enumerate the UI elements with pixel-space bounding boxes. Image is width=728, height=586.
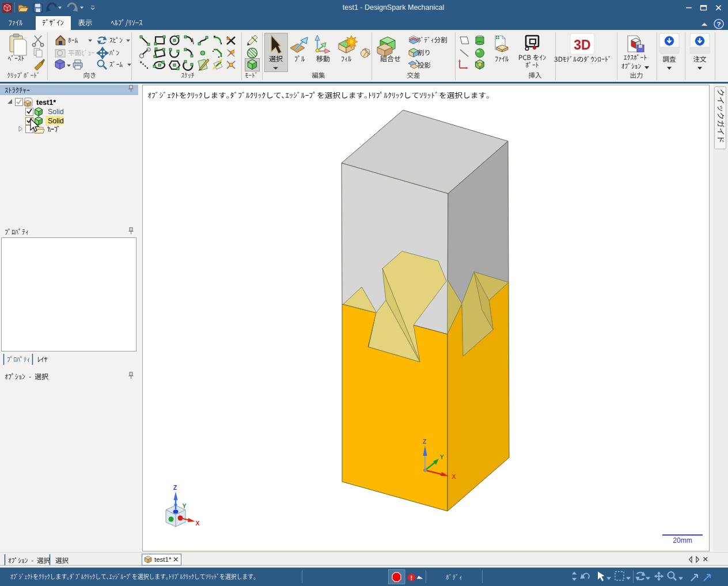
svg-text:Solid: Solid [48, 108, 64, 116]
svg-text:X: X [452, 473, 456, 480]
svg-text:Solid: Solid [48, 117, 64, 125]
svg-text:test1*: test1* [36, 99, 56, 107]
svg-text:?: ? [716, 21, 721, 28]
svg-text:Y: Y [439, 453, 443, 460]
svg-text:X: X [195, 520, 199, 527]
svg-text:3D: 3D [574, 37, 590, 52]
svg-text:20mm: 20mm [673, 536, 692, 545]
svg-text:!: ! [411, 574, 413, 581]
svg-text:Z: Z [423, 438, 427, 445]
svg-text:test1*: test1* [154, 556, 172, 563]
svg-text:Y: Y [182, 502, 186, 509]
svg-text:test1 - DesignSpark Mechanical: test1 - DesignSpark Mechanical [343, 3, 444, 12]
svg-text:Z: Z [173, 484, 177, 491]
